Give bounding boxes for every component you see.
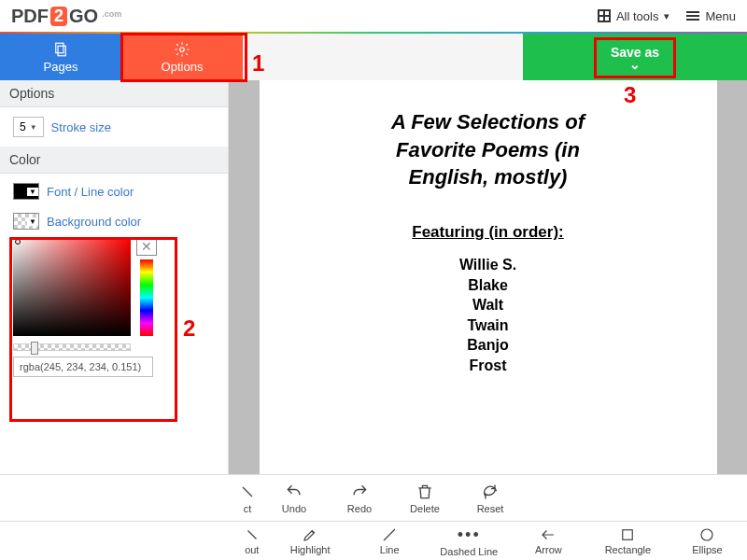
svg-rect-3 bbox=[623, 530, 633, 540]
options-header: Options bbox=[0, 80, 228, 107]
line-label: Line bbox=[380, 544, 400, 555]
rectangle-label: Rectangle bbox=[605, 544, 652, 555]
save-as-button[interactable]: Save as ⌄ bbox=[523, 34, 747, 80]
name-3: Twain bbox=[306, 315, 670, 336]
name-4: Banjo bbox=[306, 335, 670, 356]
main-menu[interactable]: Menu bbox=[686, 9, 736, 23]
logo[interactable]: PDF 2 GO .com bbox=[11, 6, 121, 27]
redo-button[interactable]: Redo bbox=[327, 483, 392, 514]
rgba-value[interactable]: rgba(245, 234, 234, 0.151) bbox=[13, 357, 153, 377]
ellipse-icon bbox=[698, 526, 715, 543]
highlighter-icon bbox=[302, 526, 318, 543]
font-line-color-label[interactable]: Font / Line color bbox=[47, 185, 134, 199]
redo-label: Redo bbox=[347, 503, 372, 514]
delete-button[interactable]: Delete bbox=[392, 483, 458, 514]
shape-toolbar: out Highlight Line ••• Dashed Line Arrow… bbox=[0, 521, 747, 560]
svg-rect-0 bbox=[56, 43, 63, 53]
delete-label: Delete bbox=[410, 503, 440, 514]
tool-partial-left[interactable]: ct bbox=[233, 483, 261, 514]
menu-label: Menu bbox=[705, 9, 736, 23]
picker-cursor bbox=[15, 239, 21, 245]
highlight-tool[interactable]: Highlight bbox=[271, 526, 350, 555]
chevron-down-icon: ▼ bbox=[30, 123, 37, 132]
top-bar: PDF 2 GO .com All tools ▾ Menu bbox=[0, 0, 747, 34]
reset-label: Reset bbox=[477, 503, 504, 514]
alpha-thumb bbox=[31, 342, 38, 355]
saturation-value-field[interactable] bbox=[13, 237, 131, 336]
arrow-icon bbox=[540, 526, 557, 543]
svg-point-4 bbox=[701, 529, 712, 540]
reset-button[interactable]: Reset bbox=[458, 483, 523, 514]
logo-pdf: PDF bbox=[11, 6, 49, 27]
stroke-size-label[interactable]: Stroke size bbox=[51, 120, 111, 134]
chevron-down-icon: ▼ bbox=[27, 188, 38, 196]
reset-icon bbox=[481, 483, 500, 501]
undo-label: Undo bbox=[282, 503, 306, 514]
hamburger-icon bbox=[686, 11, 699, 21]
primary-tabs: Pages Options Save as ⌄ bbox=[0, 34, 747, 80]
logo-2: 2 bbox=[50, 7, 67, 26]
undo-button[interactable]: Undo bbox=[261, 483, 327, 514]
line-icon bbox=[381, 526, 398, 543]
line-tool[interactable]: Line bbox=[350, 526, 430, 555]
alpha-slider[interactable] bbox=[13, 343, 131, 351]
rectangle-tool[interactable]: Rectangle bbox=[588, 526, 668, 555]
color-picker: ✕ rgba(245, 234, 234, 0.151) bbox=[13, 237, 170, 377]
dashed-line-tool[interactable]: ••• Dashed Line bbox=[430, 525, 509, 557]
annotation-num-2: 2 bbox=[183, 315, 195, 342]
annotation-num-1: 1 bbox=[252, 50, 264, 77]
dots-icon: ••• bbox=[458, 525, 481, 545]
trash-icon bbox=[416, 483, 434, 501]
edit-toolbar: ct Undo Redo Delete Reset bbox=[0, 474, 747, 521]
tab-pages-label: Pages bbox=[44, 60, 78, 74]
dashed-line-label: Dashed Line bbox=[440, 546, 498, 557]
chevron-down-icon: ▼ bbox=[27, 217, 38, 226]
rectangle-icon bbox=[619, 526, 636, 543]
ellipse-label: Ellipse bbox=[692, 544, 722, 555]
pdf-page: A Few Selections of Favorite Poems (in E… bbox=[260, 80, 717, 474]
stroke-size-select[interactable]: 5 ▼ bbox=[13, 117, 44, 137]
chevron-down-icon: ⌄ bbox=[629, 60, 641, 69]
logo-com: .com bbox=[102, 9, 121, 19]
document-canvas[interactable]: A Few Selections of Favorite Poems (in E… bbox=[229, 80, 747, 474]
arrow-tool[interactable]: Arrow bbox=[509, 526, 588, 555]
stroke-size-value: 5 bbox=[20, 120, 26, 133]
hue-slider[interactable] bbox=[140, 259, 153, 336]
svg-rect-1 bbox=[58, 46, 65, 56]
name-5: Frost bbox=[306, 356, 670, 376]
gear-icon bbox=[174, 41, 190, 58]
undo-icon bbox=[285, 483, 303, 501]
chevron-down-icon: ▾ bbox=[664, 10, 669, 22]
name-0: Willie S. bbox=[306, 255, 670, 275]
tab-options[interactable]: Options bbox=[121, 34, 243, 80]
color-header: Color bbox=[0, 147, 228, 174]
name-2: Walt bbox=[306, 295, 670, 315]
redo-icon bbox=[350, 483, 369, 501]
all-tools-label: All tools bbox=[616, 9, 659, 23]
doc-title: A Few Selections of Favorite Poems (in E… bbox=[367, 108, 610, 191]
arrow-label: Arrow bbox=[535, 544, 562, 555]
name-1: Blake bbox=[306, 275, 670, 296]
doc-names: Willie S. Blake Walt Twain Banjo Frost bbox=[306, 255, 670, 376]
svg-point-2 bbox=[180, 47, 185, 51]
all-tools-menu[interactable]: All tools ▾ bbox=[598, 9, 670, 23]
sidebar: Options 5 ▼ Stroke size Color ▼ Font / L… bbox=[0, 80, 229, 474]
logo-go: GO bbox=[69, 6, 98, 27]
ellipse-tool[interactable]: Ellipse bbox=[668, 526, 747, 555]
tool-partial-out[interactable]: out bbox=[233, 526, 271, 555]
annotation-num-3: 3 bbox=[624, 82, 636, 108]
close-picker-button[interactable]: ✕ bbox=[136, 237, 157, 256]
grid-icon bbox=[598, 9, 611, 22]
tab-pages[interactable]: Pages bbox=[0, 34, 121, 80]
font-line-color-swatch[interactable]: ▼ bbox=[13, 183, 39, 200]
tab-options-label: Options bbox=[162, 60, 204, 74]
background-color-label[interactable]: Background color bbox=[47, 215, 141, 229]
pages-icon bbox=[52, 41, 69, 58]
doc-subheading: Featuring (in order): bbox=[306, 223, 670, 242]
highlight-label: Highlight bbox=[290, 544, 331, 555]
background-color-swatch[interactable]: ▼ bbox=[13, 213, 39, 230]
